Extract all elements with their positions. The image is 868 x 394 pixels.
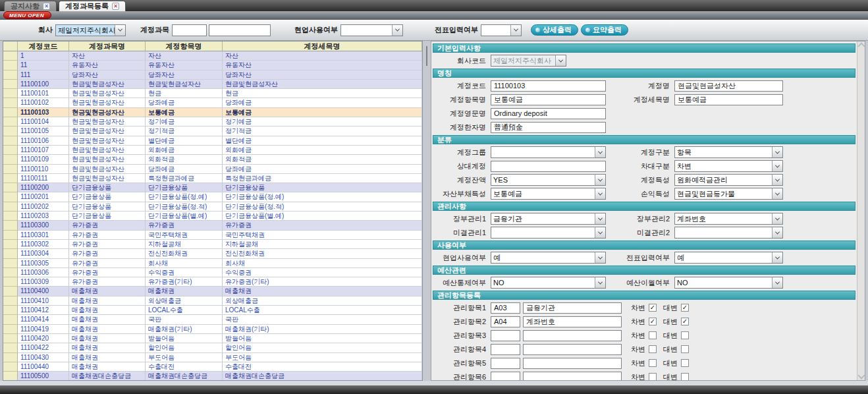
detail-select[interactable]: [674, 227, 783, 239]
col-header-code[interactable]: 계정코드: [18, 42, 69, 51]
mgmt-name-field[interactable]: [523, 344, 622, 355]
table-row[interactable]: 11100202단기금융상품단기금융상품(정.적)단기금융상품(정.적): [3, 202, 422, 211]
table-row[interactable]: 11100300유가증권유가증권유가증권: [3, 221, 422, 230]
account-name-input[interactable]: [209, 24, 271, 36]
table-row[interactable]: 1자산자산자산: [3, 51, 422, 61]
row-header-cell[interactable]: [3, 174, 18, 183]
row-header-cell[interactable]: [3, 51, 18, 61]
detail-select[interactable]: [491, 227, 606, 239]
mgmt-name-field[interactable]: [523, 302, 622, 314]
table-row[interactable]: 11100111현금및현금성자산특정현금과예금특정현금과예금: [3, 174, 422, 183]
chevron-down-icon[interactable]: [555, 55, 566, 66]
detail-select[interactable]: YES: [491, 174, 606, 186]
row-header-cell[interactable]: [3, 268, 18, 277]
detail-select[interactable]: 예: [491, 252, 606, 264]
debit-checkbox[interactable]: [649, 359, 657, 367]
chevron-down-icon[interactable]: [772, 161, 782, 171]
row-header-cell[interactable]: [3, 61, 18, 70]
detail-select[interactable]: 항목: [674, 146, 783, 158]
mgmt-code-field[interactable]: [491, 302, 520, 314]
row-header-cell[interactable]: [3, 231, 18, 240]
table-row[interactable]: 11100440매출채권수출대전수출대전: [3, 362, 422, 372]
account-code-input[interactable]: [172, 24, 207, 36]
chevron-down-icon[interactable]: [772, 147, 782, 157]
row-header-cell[interactable]: [3, 165, 18, 174]
table-row[interactable]: 11100305유가증권회사채회사채: [3, 259, 422, 268]
table-row[interactable]: 11100102현금및현금성자산당좌예금당좌예금: [3, 98, 422, 107]
row-header-cell[interactable]: [3, 362, 18, 372]
debit-checkbox[interactable]: [649, 331, 657, 339]
table-row[interactable]: 11100412매출채권LOCAL수출LOCAL수출: [3, 306, 422, 315]
table-row[interactable]: 11100201단기금융상품단기금융상품(정.예)단기금융상품(정.예): [3, 192, 422, 202]
table-row[interactable]: 11100109현금및현금성자산외화적금외화적금: [3, 155, 422, 164]
row-header-cell[interactable]: [3, 211, 18, 221]
detail-select[interactable]: 예: [674, 252, 783, 264]
mgmt-code-field[interactable]: [491, 344, 520, 355]
detail-scrollbar[interactable]: [857, 42, 865, 380]
chevron-down-icon[interactable]: [772, 175, 782, 185]
table-row[interactable]: 11100500매출채권대손충당금매출채권대손충당금매출채권대손충당금: [3, 372, 422, 381]
row-header-cell[interactable]: [3, 155, 18, 164]
mgmt-name-field[interactable]: [523, 372, 622, 381]
credit-checkbox[interactable]: ✓: [681, 304, 689, 312]
detail-input[interactable]: [491, 108, 606, 119]
row-header-cell[interactable]: [3, 334, 18, 343]
tab-notice[interactable]: 공지사항 ✕: [4, 1, 57, 11]
row-header-cell[interactable]: [3, 183, 18, 192]
chevron-down-icon[interactable]: [595, 188, 605, 199]
row-header-cell[interactable]: [3, 315, 18, 324]
table-row[interactable]: 11100400매출채권매출채권매출채권: [3, 287, 422, 296]
detail-input[interactable]: [491, 122, 606, 133]
chevron-down-icon[interactable]: [772, 188, 782, 199]
row-header-cell[interactable]: [3, 89, 18, 98]
detail-select[interactable]: 계좌번호: [674, 213, 783, 225]
table-row[interactable]: 11100306유가증권수익증권수익증권: [3, 268, 422, 277]
credit-checkbox[interactable]: [681, 331, 689, 339]
mgmt-code-field[interactable]: [491, 372, 520, 381]
detail-input[interactable]: [674, 94, 783, 105]
row-header-cell[interactable]: [3, 287, 18, 296]
table-row[interactable]: 11100106현금및현금성자산별단예금별단예금: [3, 136, 422, 146]
mgmt-code-field[interactable]: [491, 316, 520, 327]
table-row[interactable]: 11100203단기금융상품단기금융상품(별.예)단기금융상품(별.예): [3, 211, 422, 221]
chevron-down-icon[interactable]: [510, 25, 521, 36]
chevron-down-icon[interactable]: [772, 252, 782, 263]
chevron-down-icon[interactable]: [772, 213, 782, 224]
row-header-cell[interactable]: [3, 108, 18, 117]
table-row[interactable]: 11100420매출채권받을어음받을어음: [3, 334, 422, 343]
debit-checkbox[interactable]: ✓: [649, 318, 657, 325]
row-header-cell[interactable]: [3, 306, 18, 315]
detail-print-button[interactable]: 상세출력: [531, 24, 578, 36]
credit-checkbox[interactable]: ✓: [681, 318, 689, 325]
table-row[interactable]: 11100103현금및현금성자산보통예금보통예금: [3, 108, 422, 117]
row-header-cell[interactable]: [3, 146, 18, 155]
tab-close-icon[interactable]: ✕: [112, 3, 119, 10]
col-header-subject[interactable]: 계정과목명: [69, 42, 146, 51]
row-header-cell[interactable]: [3, 353, 18, 362]
detail-select[interactable]: 원화예적금관리: [674, 174, 783, 186]
table-row[interactable]: 11100430매출채권부도어음부도어음: [3, 353, 422, 362]
row-header-cell[interactable]: [3, 296, 18, 306]
detail-input[interactable]: [491, 94, 606, 105]
tab-close-icon[interactable]: ✕: [43, 3, 50, 10]
row-header-cell[interactable]: [3, 343, 18, 352]
table-row[interactable]: 11100107현금및현금성자산외화예금외화예금: [3, 146, 422, 155]
mgmt-code-field[interactable]: [491, 358, 520, 369]
table-row[interactable]: 11100101현금및현금성자산현금현금: [3, 89, 422, 98]
detail-select[interactable]: NO: [491, 277, 606, 289]
credit-checkbox[interactable]: [681, 359, 689, 367]
detail-select[interactable]: [491, 146, 606, 158]
slip-entry-select[interactable]: [481, 24, 522, 36]
detail-select[interactable]: 현금및현금등가물: [674, 188, 783, 200]
debit-checkbox[interactable]: [649, 345, 657, 353]
credit-checkbox[interactable]: [681, 345, 689, 353]
chevron-down-icon[interactable]: [595, 277, 605, 288]
row-header-cell[interactable]: [3, 98, 18, 107]
row-header-cell[interactable]: [3, 325, 18, 334]
table-row[interactable]: 11100200단기금융상품단기금융상품단기금융상품: [3, 183, 422, 192]
mgmt-code-field[interactable]: [491, 330, 520, 341]
table-row[interactable]: 11100414매출채권국판국판: [3, 315, 422, 324]
mgmt-name-field[interactable]: [523, 316, 622, 327]
table-row[interactable]: 11100301유가증권국민주택채권국민주택채권: [3, 231, 422, 240]
table-row[interactable]: 11100100현금및현금성자산현금및현금성자산현금및현금성자산: [3, 80, 422, 89]
